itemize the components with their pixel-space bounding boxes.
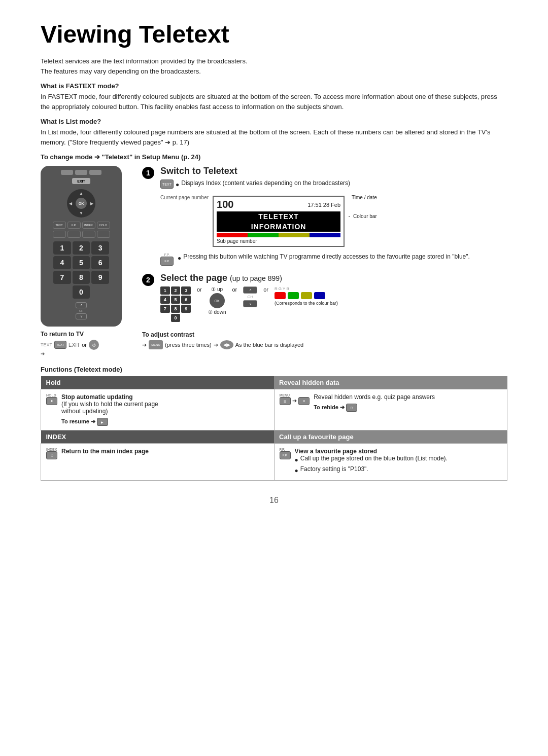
num-2[interactable]: 2: [73, 241, 90, 255]
step1-number: 1: [142, 167, 154, 179]
ns-8[interactable]: 8: [171, 305, 181, 313]
tt-time: 17:51 28 Feb: [307, 202, 340, 208]
ns-4[interactable]: 4: [160, 296, 170, 304]
lr-icon[interactable]: ◀▶: [220, 340, 233, 349]
reveal-content: MENU ☰ ➔ R Reveal hidden words e.g. quiz…: [280, 393, 502, 412]
nav-left-arrow[interactable]: ◀: [69, 201, 72, 206]
fn-btn-c[interactable]: [82, 231, 95, 238]
num-5[interactable]: 5: [73, 256, 90, 269]
ch-down-small[interactable]: ∨: [243, 300, 257, 307]
step2-inner: 1 2 3 4 5 6 7 8 9 0 or ① up: [160, 286, 507, 322]
function-buttons-row: TEXT F.P. INDEX HOLD: [53, 222, 110, 229]
remote-control: EXIT ▲ ▼ ◀ ▶ OK TEXT F.P. INDEX HOLD: [41, 166, 122, 327]
fp-button[interactable]: F.P.: [67, 222, 81, 229]
reveal-text: Reveal hidden words e.g. quiz page answe…: [314, 393, 435, 412]
teletext-display-area: Current page number 100 17:51 28 Feb TEL…: [160, 193, 507, 250]
ch-down[interactable]: ∨: [76, 313, 87, 319]
ns-3[interactable]: 3: [181, 286, 191, 295]
hold-reveal-row: HOLD ⏸ Stop automatic updating (If you w…: [41, 389, 507, 430]
resume-icon[interactable]: ▶: [97, 418, 108, 426]
step2-content: Select the page (up to page 899) 1 2 3 4…: [160, 273, 507, 322]
functions-table: Hold Reveal hidden data HOLD ⏸ Stop auto…: [41, 376, 507, 481]
ns-1[interactable]: 1: [160, 286, 170, 295]
nav-down-arrow[interactable]: ▼: [79, 211, 83, 215]
num-0[interactable]: 0: [73, 285, 90, 299]
fastext-heading: What is FASTEXT mode?: [41, 82, 507, 90]
ns-9[interactable]: 9: [181, 305, 191, 313]
remote-btn2[interactable]: [75, 170, 87, 175]
nav-right-arrow[interactable]: ▶: [90, 201, 93, 206]
menu-fn-btn[interactable]: ☰: [280, 397, 291, 405]
index-fn-btn[interactable]: ①: [46, 451, 57, 459]
diagram-right: 1 Switch to Teletext TEXT ● Displays Ind…: [142, 166, 507, 349]
sub-function-row: [53, 231, 110, 238]
colour-bar: [217, 233, 340, 237]
exit-button[interactable]: EXIT: [72, 178, 90, 184]
index-content: INDEX ① Return to the main index page: [46, 448, 269, 459]
hold-fn-btn[interactable]: ⏸: [46, 397, 57, 405]
to-resume-line: To resume ➔ ▶: [61, 418, 158, 426]
num-6[interactable]: 6: [91, 256, 109, 269]
red-button[interactable]: [275, 292, 286, 299]
ch-up[interactable]: ∧: [76, 302, 87, 308]
fp-icon[interactable]: F.P.: [160, 257, 174, 266]
time-date-annotation: Time / date: [349, 195, 377, 200]
functions-section: Functions (Teletext mode) Hold Reveal hi…: [41, 366, 507, 481]
hold-text: Stop automatic updating (If you wish to …: [61, 393, 158, 426]
remote-container: EXIT ▲ ▼ ◀ ▶ OK TEXT F.P. INDEX HOLD: [41, 166, 132, 356]
blue-button[interactable]: [314, 292, 325, 299]
menu-button[interactable]: [61, 170, 73, 175]
callup-bullet2: ● Factory setting is "P103".: [295, 465, 448, 474]
nav-small-circle[interactable]: OK: [210, 293, 225, 308]
text-icon-box[interactable]: TEXT: [54, 341, 66, 349]
hold-button[interactable]: HOLD: [97, 222, 110, 229]
menu-icon[interactable]: MENU: [149, 340, 163, 349]
ch-up-small[interactable]: ∧: [243, 286, 257, 294]
nav-up-arrow[interactable]: ▲: [79, 191, 83, 196]
index-callup-row: INDEX ① Return to the main index page F.…: [41, 444, 507, 481]
callup-fn-btn[interactable]: F.P.: [280, 451, 291, 459]
fp-icon-wrapper: F.P. F.P.: [160, 253, 174, 266]
reveal-fn-btn[interactable]: R: [298, 397, 310, 405]
tt-info: INFORMATION: [217, 222, 340, 232]
green-button[interactable]: [288, 292, 299, 299]
num-8[interactable]: 8: [73, 271, 90, 284]
colour-bar-ann-line: Colour bar: [349, 213, 377, 219]
num-3[interactable]: 3: [91, 241, 109, 255]
page-number: 16: [41, 496, 507, 505]
index-button[interactable]: INDEX: [82, 222, 95, 229]
fn-btn-d[interactable]: [97, 231, 110, 238]
ns-5[interactable]: 5: [171, 296, 181, 304]
cb-yellow: [279, 233, 310, 237]
ns-6[interactable]: 6: [181, 296, 191, 304]
step1-block: 1 Switch to Teletext TEXT ● Displays Ind…: [142, 166, 507, 266]
text-button[interactable]: TEXT: [53, 222, 66, 229]
num-7[interactable]: 7: [53, 271, 71, 284]
step1-bullet: TEXT ● Displays Index (content varies de…: [160, 179, 507, 189]
ns-2[interactable]: 2: [171, 286, 181, 295]
teletext-display: 100 17:51 28 Feb TELETEXT INFORMATION: [213, 196, 345, 247]
numpad-small: 1 2 3 4 5 6 7 8 9 0: [160, 286, 191, 322]
power-circle-icon[interactable]: ⏻: [89, 340, 99, 350]
or-label-1: or: [197, 286, 202, 293]
fn-btn-a[interactable]: [53, 231, 66, 238]
fn-btn-b[interactable]: [67, 231, 81, 238]
num-1[interactable]: 1: [53, 241, 71, 255]
num-9[interactable]: 9: [91, 271, 109, 284]
ns-0[interactable]: 0: [171, 314, 181, 322]
hold-cell: HOLD ⏸ Stop automatic updating (If you w…: [41, 389, 275, 430]
ok-button[interactable]: OK: [76, 198, 87, 209]
ns-7[interactable]: 7: [160, 305, 170, 313]
yellow-button[interactable]: [301, 292, 312, 299]
functions-title: Functions (Teletext mode): [41, 366, 507, 373]
step2-block: 2 Select the page (up to page 899) 1 2 3…: [142, 273, 507, 322]
fastext-body: In FASTEXT mode, four differently colour…: [41, 92, 507, 112]
num-4[interactable]: 4: [53, 256, 71, 269]
current-page-label: Current page number: [160, 193, 209, 200]
index-icon-wrapper: INDEX ①: [46, 448, 57, 459]
hold-icon-wrapper: HOLD ⏸: [46, 393, 57, 405]
rehide-icon[interactable]: R: [346, 404, 357, 412]
remote-btn3[interactable]: [89, 170, 101, 175]
colour-note: (Corresponds to the colour bar): [275, 301, 338, 306]
adjust-icon-row: ➔ MENU (press three times) ➔ ◀▶ As the b…: [142, 340, 507, 349]
